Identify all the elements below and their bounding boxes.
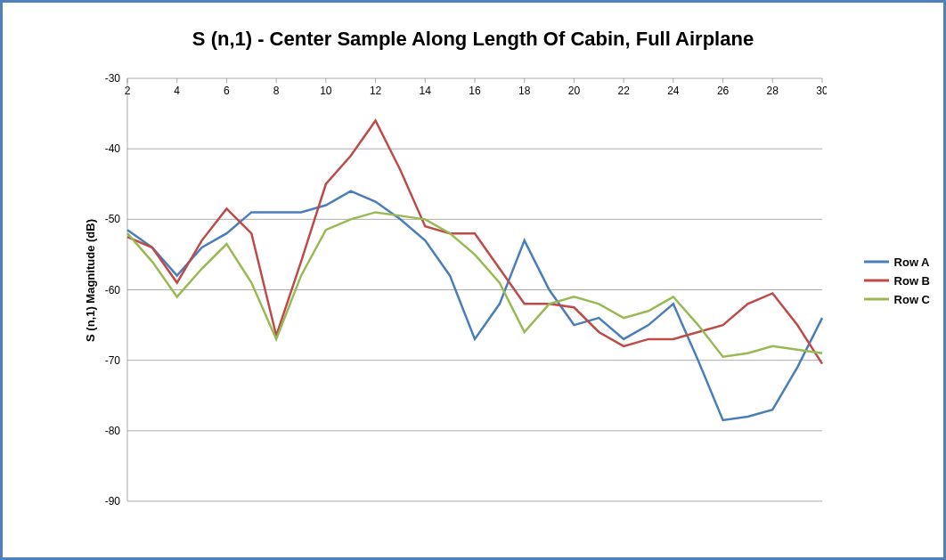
- x-tick-label: 16: [469, 85, 481, 97]
- chart-container: S (n,1) - Center Sample Along Length Of …: [0, 0, 946, 560]
- legend-swatch: [864, 279, 889, 281]
- legend-label: Row C: [894, 292, 930, 305]
- series-line: [127, 191, 822, 420]
- chart-plot: -30-40-50-60-70-80-902468101214161820222…: [87, 69, 827, 523]
- x-tick-label: 22: [617, 85, 630, 97]
- y-tick-label: -40: [105, 142, 121, 155]
- legend-item: Row C: [864, 292, 930, 305]
- series-line: [127, 121, 822, 364]
- legend: Row ARow BRow C: [864, 249, 930, 311]
- y-tick-label: -30: [105, 72, 121, 85]
- y-tick-label: -60: [105, 284, 121, 296]
- x-tick-label: 14: [420, 85, 432, 97]
- x-tick-label: 18: [518, 85, 531, 97]
- x-tick-label: 4: [174, 85, 180, 97]
- x-tick-label: 30: [816, 85, 827, 97]
- legend-item: Row B: [864, 273, 930, 287]
- x-tick-label: 24: [667, 85, 680, 97]
- x-tick-label: 6: [224, 85, 230, 97]
- x-tick-label: 26: [717, 85, 730, 97]
- y-tick-label: -90: [105, 495, 121, 507]
- y-tick-label: -50: [105, 213, 121, 225]
- legend-swatch: [864, 297, 889, 300]
- x-tick-label: 12: [370, 85, 382, 97]
- x-tick-label: 8: [273, 85, 280, 97]
- legend-swatch: [864, 260, 889, 263]
- legend-label: Row A: [894, 255, 930, 268]
- legend-item: Row A: [864, 255, 930, 268]
- x-tick-label: 20: [568, 85, 581, 97]
- y-tick-label: -80: [105, 425, 121, 437]
- x-tick-label: 10: [320, 85, 332, 97]
- legend-label: Row B: [894, 273, 930, 287]
- y-tick-label: -70: [105, 354, 121, 367]
- x-tick-label: 28: [767, 85, 779, 97]
- chart-title: S (n,1) - Center Sample Along Length Of …: [3, 28, 943, 51]
